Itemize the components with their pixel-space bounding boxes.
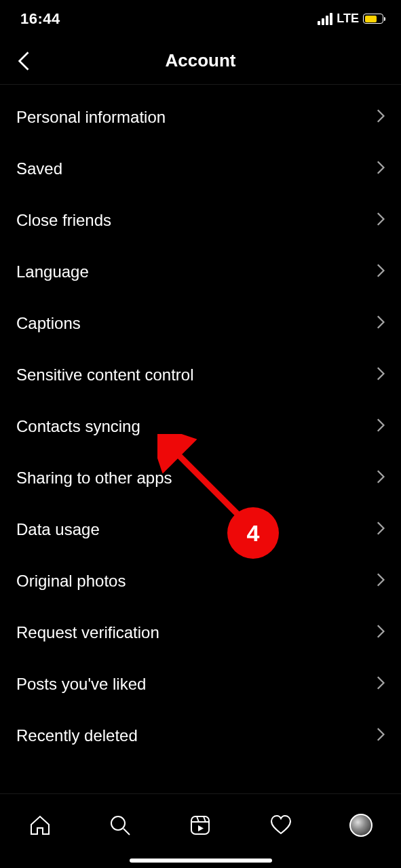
svg-line-3 — [123, 829, 130, 835]
row-label: Contacts syncing — [16, 417, 140, 436]
row-close-friends[interactable]: Close friends — [0, 195, 401, 246]
row-label: Sensitive content control — [16, 366, 193, 384]
row-language[interactable]: Language — [0, 246, 401, 298]
chevron-right-icon — [377, 675, 386, 693]
row-recently-deleted[interactable]: Recently deleted — [0, 710, 401, 762]
cell-signal-icon — [318, 13, 332, 25]
page-title: Account — [166, 50, 236, 71]
chevron-right-icon — [377, 108, 386, 126]
row-original-photos[interactable]: Original photos — [0, 555, 401, 607]
svg-line-6 — [197, 816, 199, 822]
chevron-right-icon — [377, 469, 386, 487]
tab-activity[interactable] — [266, 810, 296, 840]
chevron-left-icon — [17, 51, 32, 71]
row-label: Language — [16, 262, 89, 281]
row-request-verification[interactable]: Request verification — [0, 607, 401, 658]
chevron-right-icon — [377, 160, 386, 178]
svg-point-2 — [111, 816, 125, 830]
row-data-usage[interactable]: Data usage — [0, 504, 401, 555]
tab-search[interactable] — [105, 810, 135, 840]
chevron-right-icon — [377, 418, 386, 435]
home-icon — [28, 814, 52, 837]
chevron-right-icon — [377, 624, 386, 642]
status-time: 16:44 — [20, 10, 60, 28]
row-label: Data usage — [16, 520, 100, 539]
row-sharing-to-other-apps[interactable]: Sharing to other apps — [0, 452, 401, 504]
svg-line-7 — [204, 816, 206, 822]
row-label: Posts you've liked — [16, 675, 146, 694]
row-label: Recently deleted — [16, 726, 138, 745]
row-sensitive-content-control[interactable]: Sensitive content control — [0, 349, 401, 401]
chevron-right-icon — [377, 366, 386, 384]
chevron-right-icon — [377, 727, 386, 745]
settings-list: Personal information Saved Close friends… — [0, 85, 401, 762]
status-right: LTE — [318, 12, 383, 26]
tab-home[interactable] — [25, 810, 55, 840]
battery-icon — [363, 14, 383, 24]
reels-icon — [189, 814, 212, 837]
svg-rect-4 — [191, 816, 209, 834]
row-saved[interactable]: Saved — [0, 143, 401, 195]
chevron-right-icon — [377, 572, 386, 590]
back-button[interactable] — [8, 37, 41, 84]
tab-profile[interactable] — [346, 810, 376, 840]
avatar-icon — [349, 814, 373, 837]
heart-icon — [269, 814, 292, 837]
home-indicator — [130, 859, 272, 863]
row-captions[interactable]: Captions — [0, 298, 401, 349]
nav-header: Account — [0, 37, 401, 85]
row-personal-information[interactable]: Personal information — [0, 92, 401, 143]
chevron-right-icon — [377, 315, 386, 332]
row-label: Personal information — [16, 108, 166, 127]
row-label: Request verification — [16, 623, 159, 642]
tab-bar — [0, 793, 401, 868]
row-label: Captions — [16, 314, 81, 333]
chevron-right-icon — [377, 521, 386, 538]
chevron-right-icon — [377, 263, 386, 281]
row-contacts-syncing[interactable]: Contacts syncing — [0, 401, 401, 452]
tab-reels[interactable] — [185, 810, 215, 840]
chevron-right-icon — [377, 212, 386, 229]
row-posts-youve-liked[interactable]: Posts you've liked — [0, 658, 401, 710]
search-icon — [109, 814, 132, 837]
row-label: Original photos — [16, 572, 126, 591]
row-label: Sharing to other apps — [16, 469, 172, 488]
svg-marker-8 — [198, 825, 204, 831]
status-bar: 16:44 LTE — [0, 0, 401, 37]
network-label: LTE — [337, 12, 359, 26]
row-label: Close friends — [16, 211, 111, 230]
row-label: Saved — [16, 159, 62, 178]
